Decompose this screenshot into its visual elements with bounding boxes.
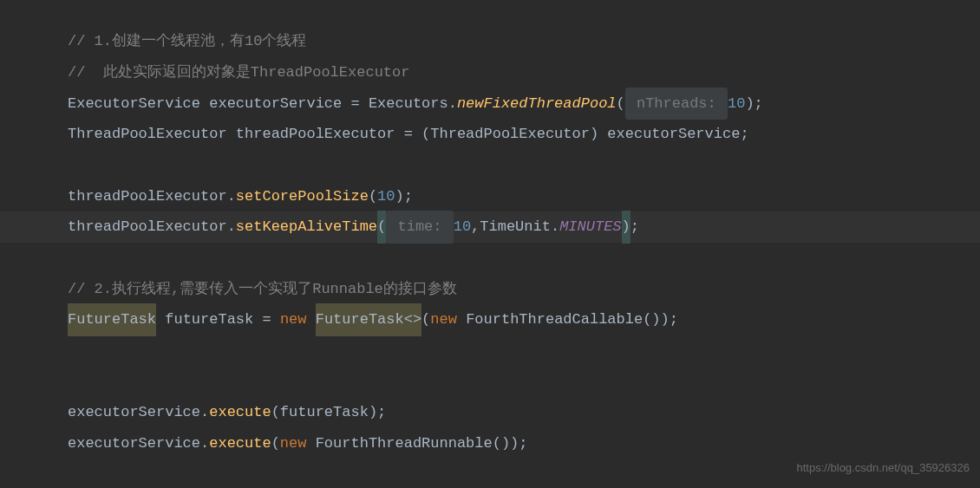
variable: executorService: [68, 396, 200, 428]
variable: executorService: [68, 427, 200, 459]
variable: futureTask: [280, 396, 369, 428]
raw-type-warning: FutureTask<>: [316, 303, 421, 335]
variable: executorService: [607, 118, 740, 150]
method-call: setCorePoolSize: [236, 180, 369, 212]
variable: threadPoolExecutor: [68, 180, 227, 212]
code-line: executorService.execute(futureTask);: [68, 397, 980, 428]
method-call: newFixedThreadPool: [457, 88, 617, 120]
blank-line: [68, 243, 980, 274]
variable: threadPoolExecutor: [68, 211, 227, 243]
type-name: FourthThreadCallable: [466, 303, 643, 335]
variable: executorService: [209, 88, 342, 120]
blank-line: [68, 150, 980, 181]
type-name: ThreadPoolExecutor: [68, 118, 227, 150]
code-line-current: threadPoolExecutor.setKeepAliveTime( tim…: [0, 211, 980, 243]
paren-close: ): [622, 211, 630, 243]
comment: // 2.执行线程,需要传入一个实现了Runnable的接口参数: [68, 273, 457, 305]
code-line: ExecutorService executorService = Execut…: [68, 88, 980, 119]
type-name: ThreadPoolExecutor: [430, 118, 590, 150]
method-call: execute: [209, 427, 271, 459]
keyword: new: [280, 303, 307, 335]
watermark: https://blog.csdn.net/qq_35926326: [797, 456, 970, 481]
code-line: // 2.执行线程,需要传入一个实现了Runnable的接口参数: [68, 274, 980, 305]
code-line: // 此处实际返回的对象是ThreadPoolExecutor: [68, 57, 980, 88]
number-literal: 10: [377, 180, 395, 212]
raw-type-warning: FutureTask: [68, 303, 156, 335]
constant: MINUTES: [559, 211, 621, 243]
blank-line: [68, 367, 980, 398]
code-line: executorService.execute(new FourthThread…: [68, 428, 980, 459]
code-editor[interactable]: // 1.创建一个线程池，有10个线程 // 此处实际返回的对象是ThreadP…: [0, 0, 980, 459]
keyword: new: [430, 303, 457, 335]
variable: threadPoolExecutor: [236, 118, 395, 150]
number-literal: 10: [728, 88, 745, 120]
type-name: ExecutorService: [68, 88, 200, 120]
comment: // 1.创建一个线程池，有10个线程: [68, 25, 306, 57]
type-name: FourthThreadRunnable: [316, 427, 493, 459]
type-name: Executors: [369, 88, 448, 120]
paren-open: (: [377, 211, 386, 243]
code-line: threadPoolExecutor.setCorePoolSize(10);: [68, 180, 980, 211]
method-call: execute: [209, 396, 271, 428]
parameter-hint: nThreads:: [625, 88, 728, 120]
method-call: setKeepAliveTime: [236, 211, 377, 243]
blank-line: [68, 335, 980, 367]
comment: // 此处实际返回的对象是ThreadPoolExecutor: [68, 56, 409, 88]
type-name: TimeUnit: [480, 211, 551, 243]
keyword: new: [280, 427, 307, 459]
parameter-hint: time:: [386, 211, 453, 243]
number-literal: 10: [454, 211, 471, 243]
code-line: ThreadPoolExecutor threadPoolExecutor = …: [68, 119, 980, 150]
code-line: // 1.创建一个线程池，有10个线程: [68, 26, 980, 57]
variable: futureTask: [165, 303, 253, 335]
code-line: FutureTask futureTask = new FutureTask<>…: [68, 304, 980, 335]
